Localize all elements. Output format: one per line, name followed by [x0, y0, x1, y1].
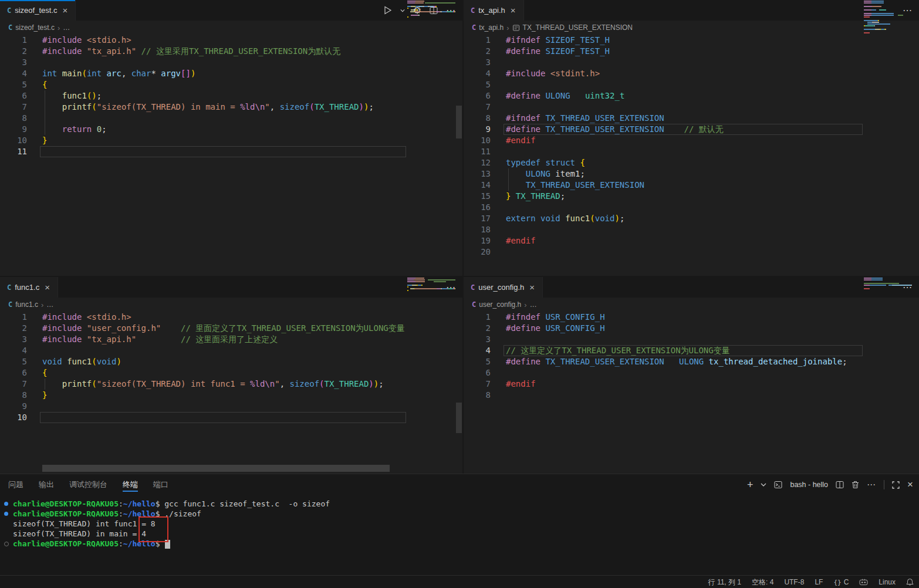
breadcrumb[interactable]: Cuser_config.h›…: [464, 298, 919, 312]
terminal-content[interactable]: charlie@DESKTOP-RQAKU05:~/hello$ gcc fun…: [0, 499, 919, 576]
terminal-launch-chevron-icon[interactable]: [761, 482, 766, 488]
run-button[interactable]: [383, 6, 392, 15]
editor-pane-sizeof-test: Csizeof_test.c×⚙⋯Csizeof_test.c›…1#inclu…: [0, 0, 462, 276]
code-text: #ifndef SIZEOF_TEST_H: [506, 35, 610, 46]
line-number: 5: [464, 356, 491, 367]
breadcrumb-trail[interactable]: …: [46, 300, 53, 309]
breadcrumb-trail[interactable]: …: [63, 23, 70, 32]
code-area[interactable]: 1#include <stdio.h>2#include "user_confi…: [0, 312, 462, 474]
code-text: } TX_THREAD;: [506, 191, 565, 202]
status-copilot[interactable]: [854, 576, 873, 588]
close-panel-icon[interactable]: ×: [907, 479, 913, 491]
command-pending-circle-icon[interactable]: [4, 542, 9, 546]
minimap[interactable]: [407, 277, 455, 295]
code-line: 8}: [0, 390, 462, 401]
terminal-instance-label[interactable]: bash - hello: [790, 481, 828, 489]
breadcrumb-file[interactable]: sizeof_test.c: [15, 23, 55, 32]
status-notifications-icon: [906, 578, 914, 586]
breadcrumb-symbol[interactable]: TX_THREAD_USER_EXTENSION: [523, 23, 633, 32]
code-area[interactable]: 1#ifndef USR_CONFIG_H2#define USR_CONFIG…: [464, 312, 919, 474]
line-number: 9: [464, 124, 491, 135]
line-number: 5: [464, 79, 491, 90]
tab-user_config.h[interactable]: Cuser_config.h×: [464, 277, 543, 298]
panel-tab-调试控制台[interactable]: 调试控制台: [69, 475, 107, 495]
code-line: 1#include <stdio.h>: [0, 35, 462, 46]
status-label: 空格: 4: [752, 577, 773, 587]
code-line: 5void func1(void): [0, 356, 462, 367]
panel-tab-输出[interactable]: 输出: [39, 475, 54, 495]
breadcrumb[interactable]: Cfunc1.c›…: [0, 298, 462, 312]
tab-close-icon[interactable]: ×: [61, 5, 70, 15]
terminal-text: charlie@DESKTOP-RQAKU05:~/hello$ gcc fun…: [13, 499, 330, 509]
code-line: 9: [0, 401, 462, 412]
panel-tab-bar: 问题输出调试控制台终端端口: [8, 474, 168, 495]
maximize-panel-icon[interactable]: [892, 481, 900, 489]
tab-sizeof_test.c[interactable]: Csizeof_test.c×: [0, 0, 76, 21]
code-line: 20: [464, 246, 919, 258]
code-text: #define ULONG uint32_t: [506, 90, 624, 102]
code-area[interactable]: 1#include <stdio.h>2#include "tx_api.h" …: [0, 35, 462, 276]
kill-terminal-trash-icon[interactable]: [852, 481, 859, 489]
status-encoding[interactable]: UTF-8: [779, 576, 809, 588]
breadcrumb-file[interactable]: user_config.h: [479, 300, 521, 309]
minimap[interactable]: [407, 0, 455, 19]
status-indentation[interactable]: 空格: 4: [746, 576, 779, 588]
breadcrumb[interactable]: Csizeof_test.c›…: [0, 21, 462, 35]
minimap[interactable]: [864, 0, 912, 35]
run-chevron-icon[interactable]: [400, 8, 405, 13]
code-area[interactable]: 1#ifndef SIZEOF_TEST_H2#define SIZEOF_TE…: [464, 35, 919, 276]
tab-tx_api.h[interactable]: Ctx_api.h×: [464, 0, 524, 21]
code-text: extern void func1(void);: [506, 213, 624, 224]
code-line: 4#include <stdint.h>: [464, 68, 919, 79]
code-text: {: [42, 79, 47, 90]
status-os[interactable]: Linux: [873, 576, 901, 588]
status-language-mode[interactable]: {}C: [828, 576, 854, 588]
horizontal-scrollbar[interactable]: [42, 465, 390, 472]
code-line: 8#ifndef TX_THREAD_USER_EXTENSION: [464, 113, 919, 124]
minimap[interactable]: [864, 277, 912, 291]
panel-tab-终端[interactable]: 终端: [123, 475, 138, 495]
vertical-scrollbar[interactable]: [456, 106, 462, 138]
tab-close-icon[interactable]: ×: [528, 282, 536, 292]
code-text: {: [42, 367, 47, 379]
command-decoration[interactable]: [0, 512, 13, 516]
code-line: 7 printf("sizeof(TX_THREAD) int func1 = …: [0, 379, 462, 390]
line-number: 7: [0, 102, 27, 113]
status-copilot-icon: [859, 579, 868, 586]
command-success-dot-icon[interactable]: [4, 512, 8, 516]
line-number: 7: [464, 379, 491, 390]
panel-tab-端口[interactable]: 端口: [153, 475, 168, 495]
tab-func1.c[interactable]: Cfunc1.c×: [0, 277, 58, 298]
terminal-more-actions-icon[interactable]: ⋯: [867, 479, 876, 490]
panel-tab-问题[interactable]: 问题: [8, 475, 23, 495]
code-text: #ifndef USR_CONFIG_H: [506, 312, 605, 323]
line-number: 10: [464, 135, 491, 146]
code-text: void func1(void): [42, 356, 121, 367]
status-cursor-position[interactable]: 行 11, 列 1: [703, 576, 746, 588]
status-eol[interactable]: LF: [809, 576, 828, 588]
status-notifications[interactable]: [901, 576, 919, 588]
command-success-dot-icon[interactable]: [4, 502, 8, 506]
breadcrumb[interactable]: Ctx_api.h›TX_THREAD_USER_EXTENSION: [464, 21, 919, 35]
terminal-toolbar: + bash - hello ⋯ ×: [747, 477, 913, 493]
line-number: 11: [464, 146, 491, 157]
new-terminal-button[interactable]: +: [747, 479, 754, 491]
code-text: printf("sizeof(TX_THREAD) in main = %ld\…: [42, 102, 374, 113]
line-number: 6: [0, 367, 27, 379]
code-line: 4int main(int arc, char* argv[]): [0, 68, 462, 79]
code-line: 10}: [0, 135, 462, 146]
tab-close-icon[interactable]: ×: [509, 5, 518, 15]
code-line: 7#endif: [464, 379, 919, 390]
breadcrumb-chevron-icon: ›: [41, 300, 43, 309]
vertical-scrollbar[interactable]: [456, 403, 462, 433]
status-label: UTF-8: [784, 578, 804, 586]
breadcrumb-trail[interactable]: …: [530, 300, 537, 309]
terminal-line: charlie@DESKTOP-RQAKU05:~/hello$: [0, 539, 919, 549]
breadcrumb-file[interactable]: func1.c: [15, 300, 38, 309]
tab-close-icon[interactable]: ×: [43, 282, 52, 292]
code-text: return 0;: [42, 124, 107, 135]
command-decoration[interactable]: [0, 542, 13, 546]
breadcrumb-file[interactable]: tx_api.h: [479, 23, 504, 32]
split-terminal-icon[interactable]: [836, 481, 844, 489]
command-decoration[interactable]: [0, 502, 13, 506]
